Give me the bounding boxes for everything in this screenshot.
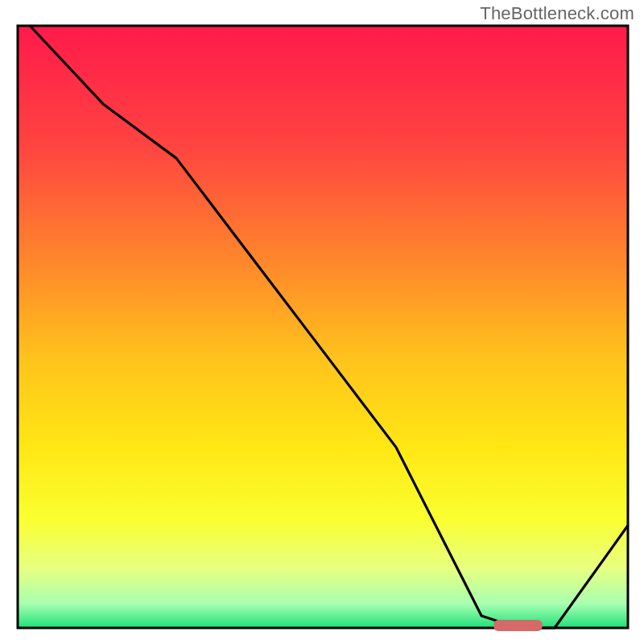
plot-background (18, 26, 628, 628)
chart-container: TheBottleneck.com (0, 0, 644, 644)
watermark-label: TheBottleneck.com (480, 3, 634, 24)
bottleneck-curve-chart (0, 0, 644, 644)
optimum-marker (493, 620, 543, 631)
